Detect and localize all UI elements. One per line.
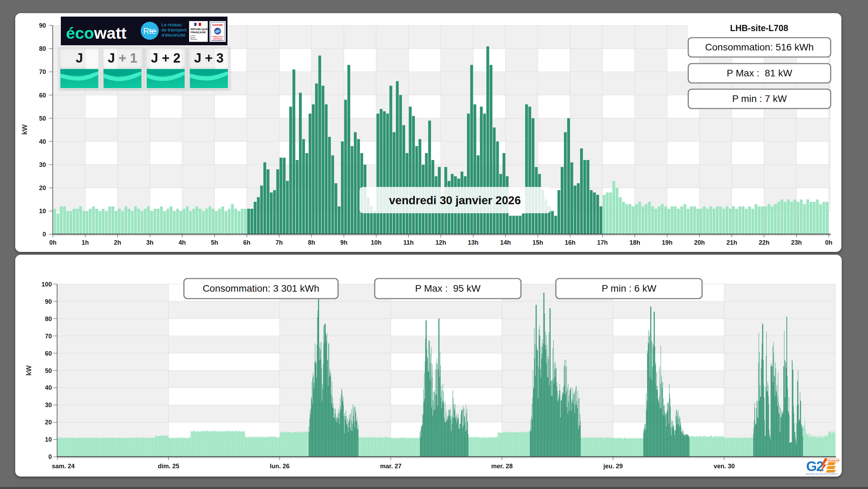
- svg-text:J + 1: J + 1: [108, 51, 138, 65]
- svg-text:16h: 16h: [565, 239, 576, 246]
- svg-text:10: 10: [39, 208, 46, 215]
- svg-text:70: 70: [39, 68, 46, 75]
- svg-text:22h: 22h: [759, 239, 769, 246]
- svg-text:J: J: [76, 51, 83, 65]
- svg-text:30: 30: [39, 161, 46, 168]
- svg-text:18h: 18h: [629, 239, 640, 246]
- svg-text:17h: 17h: [597, 239, 608, 246]
- svg-text:0h: 0h: [825, 239, 832, 246]
- svg-text:ADEME: ADEME: [212, 23, 223, 27]
- svg-text:d'électricité: d'électricité: [161, 33, 185, 38]
- svg-text:10h: 10h: [371, 239, 382, 246]
- svg-text:ÉCOLOGIQUE: ÉCOLOGIQUE: [213, 39, 223, 41]
- svg-text:4h: 4h: [179, 239, 186, 246]
- svg-text:vendredi 30 janvier 2026: vendredi 30 janvier 2026: [389, 194, 521, 207]
- svg-text:P Max : 81 kW: P Max : 81 kW: [727, 68, 792, 78]
- svg-text:10: 10: [45, 436, 52, 443]
- svg-text:Égalité: Égalité: [190, 37, 195, 39]
- svg-text:0: 0: [48, 453, 52, 460]
- svg-text:50: 50: [39, 115, 46, 122]
- svg-text:13h: 13h: [468, 239, 478, 246]
- svg-text:RÉPUBLIQUE: RÉPUBLIQUE: [190, 28, 208, 31]
- svg-text:12h: 12h: [436, 239, 446, 246]
- svg-text:P min : 6 kW: P min : 6 kW: [601, 283, 656, 294]
- svg-text:ven. 30: ven. 30: [713, 463, 735, 470]
- svg-text:40: 40: [39, 138, 46, 145]
- svg-text:sam. 24: sam. 24: [52, 463, 75, 470]
- svg-text:lun. 26: lun. 26: [270, 463, 289, 470]
- svg-text:15h: 15h: [532, 239, 543, 246]
- svg-text:mer. 28: mer. 28: [491, 463, 513, 470]
- svg-text:80: 80: [39, 45, 46, 52]
- svg-text:90: 90: [45, 298, 52, 305]
- svg-text:23h: 23h: [791, 239, 802, 246]
- svg-text:19h: 19h: [662, 239, 672, 246]
- svg-text:80: 80: [45, 316, 52, 322]
- svg-text:kW: kW: [21, 124, 28, 135]
- svg-text:kW: kW: [25, 365, 32, 376]
- svg-text:3h: 3h: [146, 239, 153, 246]
- svg-text:11h: 11h: [403, 239, 414, 246]
- svg-text:20: 20: [45, 419, 52, 426]
- svg-text:6h: 6h: [243, 239, 251, 246]
- svg-text:Optimisation des ressources én: Optimisation des ressources énergétiques: [805, 473, 838, 475]
- svg-text:P Max : 95 kW: P Max : 95 kW: [415, 283, 481, 294]
- svg-text:21h: 21h: [726, 239, 737, 246]
- svg-text:30: 30: [45, 402, 52, 408]
- svg-text:8h: 8h: [308, 239, 315, 246]
- svg-text:20: 20: [39, 185, 46, 191]
- svg-text:40: 40: [45, 384, 52, 391]
- svg-text:7h: 7h: [276, 239, 283, 246]
- svg-text:LHB-site-L708: LHB-site-L708: [730, 23, 788, 33]
- svg-text:60: 60: [39, 92, 46, 99]
- svg-text:50: 50: [45, 367, 52, 374]
- svg-text:mar. 27: mar. 27: [380, 463, 401, 470]
- svg-text:100: 100: [41, 281, 52, 288]
- svg-text:70: 70: [45, 333, 52, 340]
- svg-text:Liberté: Liberté: [190, 35, 195, 37]
- svg-text:Fraternité: Fraternité: [190, 39, 197, 40]
- svg-text:60: 60: [45, 350, 52, 357]
- svg-text:de transport: de transport: [161, 28, 187, 32]
- svg-text:20h: 20h: [694, 239, 705, 246]
- svg-text:2h: 2h: [114, 239, 121, 246]
- svg-text:Le réseau: Le réseau: [161, 22, 181, 27]
- svg-text:FRANCE: FRANCE: [828, 459, 840, 462]
- svg-text:90: 90: [39, 22, 46, 29]
- svg-text:Consommation: 3 301 kWh: Consommation: 3 301 kWh: [203, 283, 319, 294]
- svg-text:J + 2: J + 2: [151, 51, 181, 65]
- svg-text:écowatt: écowatt: [66, 24, 127, 42]
- svg-text:1h: 1h: [82, 239, 89, 246]
- svg-text:J + 3: J + 3: [194, 51, 224, 65]
- svg-text:5h: 5h: [211, 239, 218, 246]
- svg-text:P min : 7 kW: P min : 7 kW: [732, 93, 787, 104]
- svg-text:14h: 14h: [500, 239, 511, 246]
- svg-text:Consommation: 516 kWh: Consommation: 516 kWh: [705, 42, 814, 53]
- svg-text:0h: 0h: [49, 239, 56, 246]
- svg-text:jeu. 29: jeu. 29: [603, 463, 623, 470]
- svg-text:Rte: Rte: [143, 26, 156, 36]
- svg-text:9h: 9h: [340, 239, 347, 246]
- svg-text:dim. 25: dim. 25: [158, 463, 179, 470]
- svg-text:FRANÇAISE: FRANÇAISE: [190, 31, 206, 34]
- svg-text:0: 0: [43, 231, 46, 238]
- svg-text:G2: G2: [806, 459, 823, 474]
